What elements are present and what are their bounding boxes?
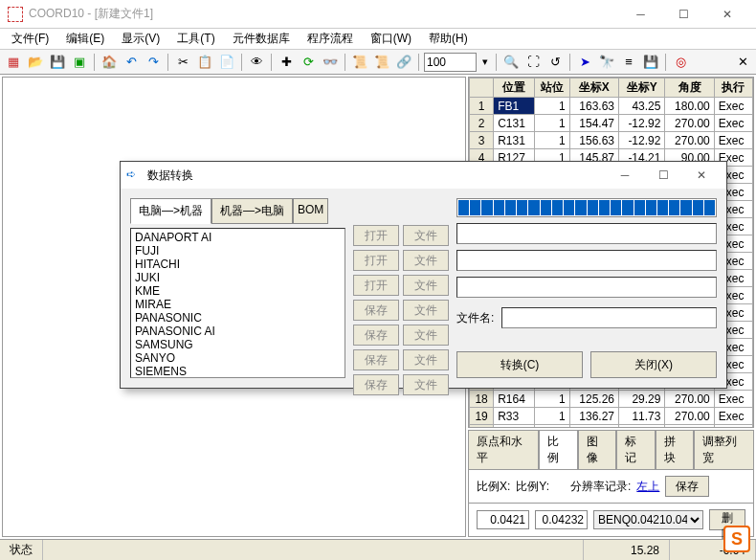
dialog-maximize[interactable]: ☐: [644, 164, 682, 187]
list-item[interactable]: MIRAE: [133, 298, 343, 311]
tab-bom[interactable]: BOM: [293, 198, 328, 224]
toolbar-plus-icon[interactable]: ✚: [277, 53, 296, 72]
toolbar-script2-icon[interactable]: 📜: [372, 53, 391, 72]
toolbar-undo-icon[interactable]: ↶: [122, 53, 141, 72]
toolbar-app-icon[interactable]: ▣: [70, 53, 89, 72]
close-button[interactable]: ✕: [705, 0, 748, 29]
toolbar-find-icon[interactable]: 👓: [321, 53, 340, 72]
save-button[interactable]: 保存: [665, 476, 709, 497]
topleft-link[interactable]: 左上: [636, 479, 659, 495]
tab-pc-to-machine[interactable]: 电脑—>机器: [130, 198, 211, 224]
resolution-select[interactable]: BENQ0.04210.042: [593, 510, 703, 529]
col-header[interactable]: [470, 78, 494, 98]
adjust-cols-button[interactable]: 调整列宽: [694, 430, 754, 469]
toolbar-new-icon[interactable]: ▦: [4, 53, 23, 72]
filename-input[interactable]: [501, 307, 717, 328]
tab-mark[interactable]: 标记: [616, 430, 655, 469]
toolbar-refresh-icon[interactable]: ⟳: [299, 53, 318, 72]
table-row[interactable]: 1FB11163.6343.25180.00Exec: [470, 98, 753, 115]
menu-help[interactable]: 帮助(H): [423, 29, 474, 49]
tab-ratio[interactable]: 比例: [539, 430, 577, 469]
toolbar-stack-icon[interactable]: ≡: [619, 53, 638, 72]
menu-db[interactable]: 元件数据库: [227, 29, 296, 49]
minimize-button[interactable]: ─: [619, 0, 662, 29]
toolbar-target-icon[interactable]: ◎: [671, 53, 690, 72]
save-button-3[interactable]: 保存: [353, 349, 399, 370]
table-row[interactable]: 18R1641125.2629.29270.00Exec: [470, 391, 753, 408]
menu-flow[interactable]: 程序流程: [301, 29, 359, 49]
toolbar-save2-icon[interactable]: 💾: [641, 53, 660, 72]
save-button-2[interactable]: 保存: [353, 325, 399, 346]
zoom-dropdown-icon[interactable]: ▾: [479, 53, 491, 72]
toolbar-link-icon[interactable]: 🔗: [394, 53, 413, 72]
open-button-1[interactable]: 打开: [353, 225, 399, 246]
list-item[interactable]: JUKI: [133, 271, 343, 284]
file-button-1[interactable]: 文件: [403, 225, 449, 246]
file-button-6[interactable]: 文件: [403, 349, 449, 370]
open-button-2[interactable]: 打开: [353, 250, 399, 271]
col-header[interactable]: 位置: [494, 78, 534, 98]
table-row[interactable]: 19R331136.2711.73270.00Exec: [470, 408, 753, 425]
toolbar-eye-icon[interactable]: 👁: [247, 53, 266, 72]
toolbar-paste-icon[interactable]: 📄: [217, 53, 236, 72]
toolbar-close-icon[interactable]: ✕: [733, 53, 752, 72]
dialog-minimize[interactable]: ─: [606, 164, 644, 187]
close-dialog-button[interactable]: 关闭(X): [590, 351, 717, 378]
list-item[interactable]: SIEMENS: [133, 365, 343, 378]
col-header[interactable]: 坐标Y: [619, 78, 665, 98]
zoom-combo[interactable]: [424, 53, 477, 72]
table-row[interactable]: 2C1311154.47-12.92270.00Exec: [470, 115, 753, 132]
toolbar-copy-icon[interactable]: 📋: [195, 53, 214, 72]
col-header[interactable]: 站位: [534, 78, 569, 98]
file-button-4[interactable]: 文件: [403, 300, 449, 321]
list-item[interactable]: PANASONIC AI: [133, 325, 343, 338]
menu-tools[interactable]: 工具(T): [171, 29, 220, 49]
toolbar-cut-icon[interactable]: ✂: [173, 53, 192, 72]
dialog-titlebar[interactable]: ➪ 数据转换 ─ ☐ ✕: [121, 162, 726, 189]
table-row[interactable]: 3R1311156.63-12.92270.00Exec: [470, 132, 753, 149]
file-button-5[interactable]: 文件: [403, 325, 449, 346]
path-input-3[interactable]: [456, 277, 717, 298]
maximize-button[interactable]: ☐: [662, 0, 705, 29]
list-item[interactable]: SANYO: [133, 351, 343, 365]
path-input-1[interactable]: [456, 223, 717, 244]
toolbar-home-icon[interactable]: 🏠: [100, 53, 119, 72]
col-header[interactable]: 执行: [714, 78, 752, 98]
toolbar-redo-icon[interactable]: ↷: [144, 53, 163, 72]
tab-machine-to-pc[interactable]: 机器—>电脑: [211, 198, 293, 224]
menu-window[interactable]: 窗口(W): [365, 29, 417, 49]
list-item[interactable]: KME: [133, 284, 343, 298]
toolbar-script-icon[interactable]: 📜: [350, 53, 369, 72]
menu-view[interactable]: 显示(V): [116, 29, 166, 49]
tab-origin[interactable]: 原点和水平: [468, 430, 539, 469]
open-button-3[interactable]: 打开: [353, 275, 399, 296]
toolbar-reset-icon[interactable]: ↺: [545, 53, 565, 72]
save-button-4[interactable]: 保存: [353, 374, 399, 395]
tab-image[interactable]: 图像: [578, 430, 616, 469]
file-button-7[interactable]: 文件: [403, 374, 449, 395]
list-item[interactable]: PANASONIC: [133, 311, 343, 325]
col-header[interactable]: 坐标X: [569, 78, 618, 98]
file-button-3[interactable]: 文件: [403, 275, 449, 296]
col-header[interactable]: 角度: [665, 78, 714, 98]
toolbar-magnify-icon[interactable]: 🔍: [501, 53, 521, 72]
menu-file[interactable]: 文件(F): [6, 29, 55, 49]
ime-logo[interactable]: S: [723, 526, 756, 558]
convert-button[interactable]: 转换(C): [456, 351, 583, 378]
save-button-1[interactable]: 保存: [353, 300, 399, 321]
list-item[interactable]: FUJI: [133, 244, 343, 258]
list-item[interactable]: SAMSUNG: [133, 338, 343, 351]
list-item[interactable]: DANAPORT AI: [133, 231, 343, 244]
toolbar-fit-icon[interactable]: ⛶: [523, 53, 543, 72]
dialog-close[interactable]: ✕: [682, 164, 721, 187]
table-row[interactable]: 20OP41107.26-14.93360.00Exec: [470, 425, 753, 429]
ratio-y-input[interactable]: [535, 510, 588, 529]
menu-edit[interactable]: 编辑(E): [60, 29, 110, 49]
toolbar-open-icon[interactable]: 📂: [26, 53, 45, 72]
list-item[interactable]: HITACHI: [133, 258, 343, 271]
toolbar-binoc-icon[interactable]: 🔭: [597, 53, 616, 72]
toolbar-cursor-icon[interactable]: ➤: [575, 53, 594, 72]
toolbar-save-icon[interactable]: 💾: [48, 53, 67, 72]
ratio-x-input[interactable]: [477, 510, 529, 529]
path-input-2[interactable]: [456, 250, 717, 271]
